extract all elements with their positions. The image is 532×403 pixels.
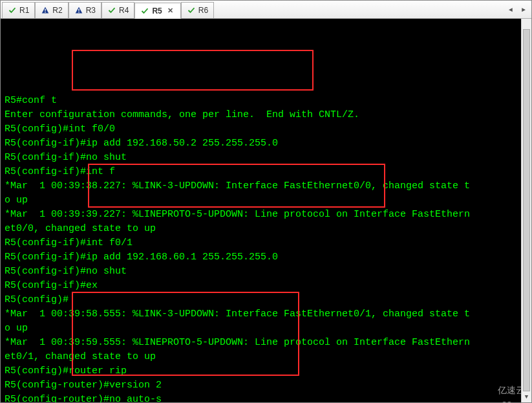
terminal-line: et0/1, changed state to up	[5, 350, 527, 364]
tab-label: R6	[198, 6, 208, 15]
tab-r5[interactable]: R5✕	[134, 3, 180, 19]
terminal-line: R5(config-if)#ex	[5, 279, 527, 293]
tab-nav-arrows: ◄ ►	[504, 2, 530, 18]
check-icon	[107, 6, 116, 15]
watermark: 亿速云	[478, 383, 525, 397]
terminal-line: *Mar 1 00:39:58.555: %LINK-3-UPDOWN: Int…	[5, 307, 527, 321]
terminal-line: R5(config)#	[5, 293, 527, 307]
terminal-line: R5#conf t	[5, 94, 527, 108]
tab-next-button[interactable]: ►	[517, 4, 530, 17]
svg-rect-1	[45, 12, 47, 13]
terminal-line: R5(config-if)#ip add 192.168.50.2 255.25…	[5, 136, 527, 151]
terminal-pane[interactable]: R5#conf tEnter configuration commands, o…	[1, 19, 531, 402]
tab-r4[interactable]: R4	[101, 2, 134, 18]
tab-bar: R1R2R3R4R5✕R6 ◄ ►	[1, 1, 531, 19]
tab-r1[interactable]: R1	[2, 2, 35, 18]
terminal-line: et0/0, changed state to up	[5, 222, 527, 236]
app-window: R1R2R3R4R5✕R6 ◄ ► R5#conf tEnter configu…	[0, 0, 532, 403]
terminal-line: o up	[5, 321, 527, 336]
terminal-line: R5(config-if)#no shut	[5, 151, 527, 165]
tab-label: R2	[52, 6, 62, 15]
terminal-line: o up	[5, 193, 527, 208]
tab-r2[interactable]: R2	[35, 2, 68, 18]
watermark-icon	[478, 385, 495, 395]
terminal-line: R5(config-router)#version 2	[5, 378, 527, 393]
tab-label: R5	[152, 6, 162, 16]
scrollbar[interactable]: ▲ ▼	[521, 19, 531, 402]
check-icon	[140, 6, 149, 16]
check-icon	[187, 6, 196, 15]
terminal-line: R5(config-if)#ip add 192.168.60.1 255.25…	[5, 250, 527, 265]
terminal-line: R5(config)#router rip	[5, 364, 527, 378]
tab-label: R1	[19, 6, 29, 15]
close-icon[interactable]: ✕	[166, 6, 175, 16]
terminal-line: R5(config-if)#int f0/1	[5, 236, 527, 250]
warning-icon	[74, 6, 83, 15]
scroll-thumb[interactable]	[523, 29, 530, 391]
tab-label: R3	[86, 6, 96, 15]
svg-rect-3	[78, 12, 80, 13]
terminal-line: *Mar 1 00:39:59.555: %LINEPROTO-5-UPDOWN…	[5, 336, 527, 350]
scroll-down-button[interactable]: ▼	[522, 392, 531, 402]
svg-rect-0	[45, 9, 47, 11]
terminal-line: R5(config)#int f0/0	[5, 122, 527, 136]
svg-rect-2	[78, 9, 80, 11]
tab-prev-button[interactable]: ◄	[504, 4, 517, 17]
tab-r3[interactable]: R3	[69, 2, 101, 18]
terminal-line: *Mar 1 00:39:38.227: %LINK-3-UPDOWN: Int…	[5, 179, 527, 193]
terminal-line: R5(config-if)#no shut	[5, 265, 527, 279]
check-icon	[8, 6, 17, 15]
terminal-line: R5(config-router)#no auto-s	[5, 393, 527, 402]
terminal-content: R5#conf tEnter configuration commands, o…	[5, 51, 527, 402]
warning-icon	[41, 6, 50, 15]
tab-r6[interactable]: R6	[181, 2, 214, 18]
terminal-line: Enter configuration commands, one per li…	[5, 108, 527, 122]
tab-label: R4	[119, 6, 129, 15]
terminal-line: *Mar 1 00:39:39.227: %LINEPROTO-5-UPDOWN…	[5, 208, 527, 222]
terminal-line: R5(config-if)#int f	[5, 165, 527, 179]
